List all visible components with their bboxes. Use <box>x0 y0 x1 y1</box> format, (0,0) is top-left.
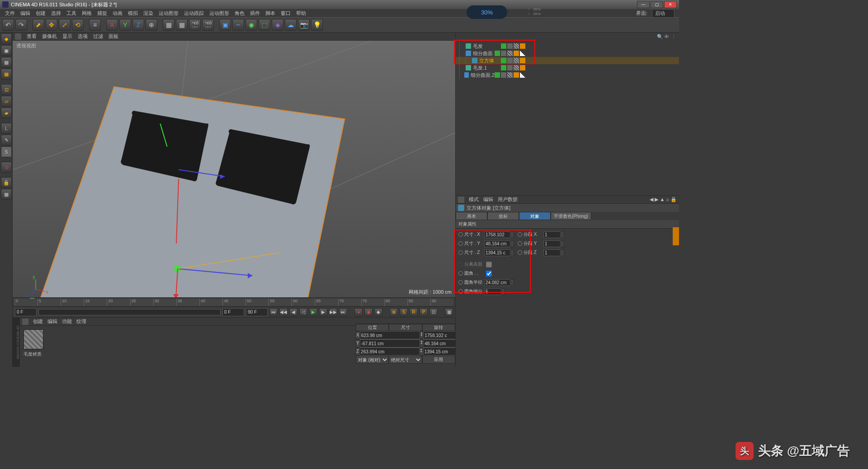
attr-tab-basic[interactable]: 基本 <box>456 212 487 220</box>
attr-tab-object[interactable]: 对象 <box>519 212 551 220</box>
prev-key[interactable]: ◀◀ <box>279 308 288 316</box>
nurbs-tool[interactable]: ◉ <box>245 19 257 31</box>
rot-key[interactable]: R <box>410 308 418 316</box>
menu-character[interactable]: 角色 <box>232 10 247 17</box>
view-tab-options[interactable]: 选项 <box>78 33 88 40</box>
menu-window[interactable]: 窗口 <box>278 10 293 17</box>
menu-mesh[interactable]: 网格 <box>79 10 94 17</box>
pos-X[interactable] <box>360 331 420 339</box>
goto-end[interactable]: ⏭ <box>339 308 347 316</box>
tree-item[interactable]: 毛发.1 <box>456 64 679 71</box>
fillet-sub-input[interactable] <box>484 288 501 295</box>
z-axis-lock[interactable]: Z <box>132 19 144 31</box>
locked-button[interactable]: 🔒 <box>1 177 12 188</box>
end-frame-input[interactable] <box>246 308 268 316</box>
next-key[interactable]: ▶▶ <box>329 308 337 316</box>
layout-value[interactable]: 启动 <box>652 9 675 18</box>
seg-z-input[interactable] <box>543 249 561 256</box>
obj-menu-icon[interactable]: ⋮ <box>671 34 677 39</box>
prev-frame[interactable]: ◀ <box>289 308 297 316</box>
obj-search-icon[interactable]: 🔍 <box>657 34 662 39</box>
menu-mograph2[interactable]: 运动图形 <box>207 10 232 17</box>
param-key[interactable]: P <box>420 308 428 316</box>
current-frame-input[interactable] <box>222 308 244 316</box>
move-tool[interactable]: ✥ <box>46 19 57 31</box>
undo-button[interactable]: ↶ <box>2 19 14 31</box>
menu-snap[interactable]: 捕捉 <box>94 10 110 17</box>
axis-mode[interactable]: L <box>1 123 12 134</box>
deformer-tool[interactable]: ◈ <box>272 19 283 31</box>
play-back[interactable]: ◁ <box>299 308 307 316</box>
tree-item[interactable]: 细分曲面.2 <box>456 71 679 79</box>
close-button[interactable]: ✕ <box>664 1 677 8</box>
view-tab-view[interactable]: 查看 <box>27 33 37 40</box>
mat-menu-edit[interactable]: 编辑 <box>47 318 57 325</box>
coord-apply-button[interactable]: 应用 <box>422 356 455 364</box>
select-tool[interactable]: ⬈ <box>33 19 44 31</box>
spline-tool[interactable]: ～ <box>232 19 244 31</box>
array-tool[interactable]: ⬚ <box>259 19 270 31</box>
mat-menu-create[interactable]: 创建 <box>33 318 43 325</box>
x-axis-lock[interactable]: X <box>106 19 118 31</box>
mat-menu-func[interactable]: 功能 <box>62 318 72 325</box>
timeline-slider[interactable] <box>38 309 221 315</box>
seg-x-input[interactable] <box>543 231 561 238</box>
attr-tab-phong[interactable]: 平滑着色(Phong) <box>551 212 591 220</box>
next-frame[interactable]: ▶ <box>319 308 327 316</box>
play-button[interactable]: ▶ <box>309 308 317 316</box>
view-tab-panel[interactable]: 面板 <box>108 33 118 40</box>
attr-menu-userdata[interactable]: 用户数据 <box>498 196 518 203</box>
editable-button[interactable]: ◆ <box>1 33 12 44</box>
attr-menu-mode[interactable]: 模式 <box>469 196 479 203</box>
environment[interactable]: ☁ <box>285 19 297 31</box>
snap-button[interactable]: ⊙ <box>1 162 12 173</box>
view-tab-filter[interactable]: 过滤 <box>93 33 103 40</box>
menu-tracker[interactable]: 运动跟踪 <box>181 10 207 17</box>
tree-item[interactable]: 立方体 <box>456 57 679 64</box>
maximize-button[interactable]: ▢ <box>651 1 663 8</box>
attr-tab-coord[interactable]: 坐标 <box>487 212 519 220</box>
start-frame-input[interactable] <box>15 308 37 316</box>
coord-mode-select[interactable]: 对象 (相对) <box>356 356 389 364</box>
pla-key[interactable]: ⊡ <box>429 308 438 316</box>
menu-file[interactable]: 文件 <box>2 10 18 17</box>
menu-create[interactable]: 创建 <box>33 10 48 17</box>
material-item[interactable]: 毛发材质 <box>24 329 43 363</box>
layout-btn[interactable]: ▦ <box>445 308 453 316</box>
attr-nav-fwd[interactable]: ▶ <box>655 197 658 202</box>
attr-nav-back[interactable]: ◀ <box>650 197 653 202</box>
viewport-solo[interactable]: ▦ <box>1 189 12 200</box>
menu-simulate[interactable]: 模拟 <box>125 10 141 17</box>
workplane-mode[interactable]: ▦ <box>1 69 12 80</box>
obj-filter-icon[interactable]: 👁 <box>664 34 670 39</box>
camera-tool[interactable]: 📷 <box>298 19 310 31</box>
fillet-radius-input[interactable] <box>484 279 510 286</box>
mat-menu-tex[interactable]: 纹理 <box>76 318 86 325</box>
attr-nav-home[interactable]: ⌂ <box>666 197 669 202</box>
attr-menu-edit[interactable]: 编辑 <box>483 196 493 203</box>
seg-y-input[interactable] <box>543 240 561 247</box>
history-button[interactable]: ≡ <box>89 19 101 31</box>
pos-key[interactable]: ⊕ <box>390 308 398 316</box>
model-mode[interactable]: ▣ <box>1 45 12 56</box>
goto-start[interactable]: ⏮ <box>269 308 278 316</box>
redo-button[interactable]: ↷ <box>15 19 27 31</box>
size-x-input[interactable] <box>484 231 510 238</box>
texture-mode[interactable]: ▦ <box>1 57 12 68</box>
menu-mograph[interactable]: 运动图形 <box>156 10 181 17</box>
tweak-mode[interactable]: ✎ <box>1 135 12 145</box>
rotate-tool[interactable]: ⟲ <box>72 19 84 31</box>
keyframe-sel[interactable]: ◆ <box>374 308 382 316</box>
menu-help[interactable]: 帮助 <box>293 10 309 17</box>
light-tool[interactable]: 💡 <box>311 19 323 31</box>
menu-script[interactable]: 脚本 <box>263 10 278 17</box>
size-z-input[interactable] <box>484 249 510 256</box>
view-tab-display[interactable]: 显示 <box>62 33 72 40</box>
fillet-checkbox[interactable] <box>486 271 492 277</box>
cube-primitive[interactable]: ▣ <box>219 19 231 31</box>
menu-tools[interactable]: 工具 <box>64 10 79 17</box>
autokey-button[interactable]: ◉ <box>364 308 373 316</box>
coord-size-mode[interactable]: 绝对尺寸 <box>389 356 422 364</box>
menu-select[interactable]: 选择 <box>48 10 64 17</box>
scale-key[interactable]: S <box>400 308 408 316</box>
